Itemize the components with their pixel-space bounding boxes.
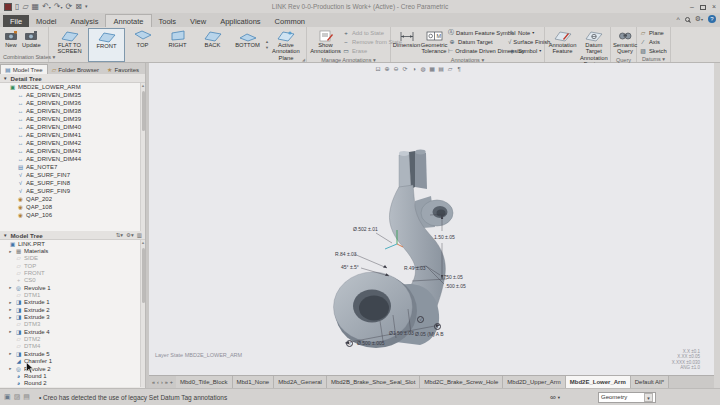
first-state-icon[interactable]: « xyxy=(152,379,155,385)
tree-sort-icon[interactable]: ⇅▾ xyxy=(116,232,123,238)
detail-tree-item[interactable]: ↔AE_DRIVEN_DIM36 xyxy=(0,99,145,107)
detail-tree-item[interactable]: ↔AE_DRIVEN_DIM42 xyxy=(0,139,145,147)
tab-common[interactable]: Common xyxy=(268,15,312,27)
datum-axis-button[interactable]: ∕Axis xyxy=(639,37,667,46)
state-tab[interactable]: Mbd2A_General xyxy=(274,376,327,388)
sketch-button[interactable]: ▨Sketch xyxy=(639,46,667,55)
model-tree-item[interactable]: ◕Round 1 xyxy=(0,372,145,379)
datum-target-annotation-feature-button[interactable]: Datum Target Annotation Feature xyxy=(578,28,610,68)
flat-to-screen-button[interactable]: FLAT TO SCREEN xyxy=(51,28,88,62)
surface-finish-symbol[interactable]: √ xyxy=(417,316,424,323)
search-icon[interactable] xyxy=(685,17,690,22)
detail-tree-item[interactable]: ↔AE_DRIVEN_DIM35 xyxy=(0,91,145,99)
model-tree-item[interactable]: ▸◨Extrude 1 xyxy=(0,299,145,306)
model-3d-part[interactable] xyxy=(149,63,714,375)
note-button[interactable]: ✎Note ▾ xyxy=(508,28,545,37)
view-manager-icon[interactable]: ▤ xyxy=(437,64,445,74)
detail-tree-item[interactable]: ◉QAP_202 xyxy=(0,195,145,203)
detail-tree-scrollbar[interactable]: ▲ xyxy=(140,83,145,231)
bottom-plane-button[interactable]: BOTTOM xyxy=(230,28,265,62)
detail-tree-item[interactable]: ↔AE_DRIVEN_DIM44 xyxy=(0,155,145,163)
close-button[interactable]: × xyxy=(712,3,716,10)
state-tab[interactable]: Mbd2D_Upper_Arm xyxy=(503,376,565,388)
tab-file[interactable]: File xyxy=(3,15,29,27)
tab-model[interactable]: Model xyxy=(29,15,63,27)
clipboard-status-icon[interactable]: ▨ xyxy=(14,393,21,401)
notifications-icon[interactable]: ▤ xyxy=(23,393,30,401)
tree-settings-icon[interactable]: ⚙▾ xyxy=(126,232,134,238)
model-tree-item[interactable]: ▸▦Materials xyxy=(0,247,145,254)
expand-icon[interactable]: ▸ xyxy=(8,307,13,312)
dialog-launcher-icon[interactable]: ◢ xyxy=(302,57,305,62)
expand-icon[interactable]: ▸ xyxy=(8,351,13,356)
show-annotations-button[interactable]: Show Annotations xyxy=(309,28,342,56)
expand-icon[interactable]: ▸ xyxy=(8,285,13,290)
semantic-query-button[interactable]: Semantic Query xyxy=(613,28,637,56)
help-icon[interactable]: ? xyxy=(708,15,716,23)
expand-icon[interactable]: ▸ xyxy=(8,315,13,320)
tab-applications[interactable]: Applications xyxy=(213,15,267,27)
dim-hole-top[interactable]: Ø.502 ±.01 xyxy=(353,226,378,232)
group-label-manage-annotations[interactable]: Manage Annotations ▾ xyxy=(307,57,390,63)
state-tab[interactable]: Mbd2B_Brake_Shoe_Seal_Slot xyxy=(327,376,420,388)
model-tree-item[interactable]: ▸◨Extrude 3 xyxy=(0,313,145,320)
expand-icon[interactable]: ▸ xyxy=(8,329,13,334)
geometric-tolerance-button[interactable]: M Geometric Tolerance xyxy=(420,28,448,56)
tree-filter-icon[interactable]: ▥ xyxy=(137,232,142,238)
model-tree-header[interactable]: ▼ Model Tree ⇅▾ ⚙▾ ▥ xyxy=(0,231,145,240)
datum-target-button[interactable]: ⊕Datum Target xyxy=(448,37,508,46)
model-tree-item[interactable]: ▱SIDE xyxy=(0,255,145,262)
detail-tree-root[interactable]: ▣MBD2E_LOWER_ARM xyxy=(0,83,145,91)
minimize-button[interactable]: – xyxy=(690,3,694,10)
symbol-button[interactable]: ◈Symbol ▾ xyxy=(508,46,545,55)
model-tree-item[interactable]: ◢Chamfer 1 xyxy=(0,358,145,365)
dim-radius-neck[interactable]: R.49 ±.03 xyxy=(404,265,426,271)
detail-tree-item[interactable]: ◉QAP_108 xyxy=(0,203,145,211)
find-tool[interactable]: ∞▾ xyxy=(550,393,560,402)
model-tree-item[interactable]: ▱TOP xyxy=(0,262,145,269)
collapse-ribbon-icon[interactable]: ^ xyxy=(676,16,679,23)
refit-icon[interactable]: ⊡ xyxy=(374,64,382,74)
selection-filter-dropdown[interactable]: Geometry ▼ xyxy=(598,392,656,403)
detail-tree-item[interactable]: ↔AE_DRIVEN_DIM40 xyxy=(0,123,145,131)
detail-tree-item[interactable]: ↔AE_DRIVEN_DIM38 xyxy=(0,107,145,115)
surface-finish-symbol[interactable]: √ xyxy=(434,323,441,330)
model-tree-item[interactable]: ▱DTM2 xyxy=(0,335,145,342)
state-tab[interactable]: Mbd2E_Lower_Arm xyxy=(566,376,631,388)
front-plane-button[interactable]: FRONT xyxy=(88,28,125,62)
prev-state-icon[interactable]: ‹ xyxy=(157,379,159,385)
surface-finish-button[interactable]: √Surface Finish xyxy=(508,37,545,46)
tab-model-tree[interactable]: ▤Model Tree xyxy=(0,64,48,74)
expand-icon[interactable]: ▸ xyxy=(8,249,13,254)
model-tree-item[interactable]: +CS0 xyxy=(0,277,145,284)
dim-hole-dia[interactable]: Ø.500 ±.005 xyxy=(357,340,385,346)
model-tree-root[interactable]: ▣LINK.PRT xyxy=(0,240,145,247)
dimension-button[interactable]: Dimension xyxy=(393,28,420,56)
tab-annotate[interactable]: Annotate xyxy=(105,14,151,27)
model-tree-item[interactable]: ▸◎Revolve 1 xyxy=(0,284,145,291)
state-tab[interactable]: Mbd2C_Brake_Screw_Hole xyxy=(420,376,503,388)
repaint-icon[interactable]: ⟳ xyxy=(401,64,409,74)
zoom-in-icon[interactable]: ⊕ xyxy=(383,64,391,74)
model-tree-item[interactable]: ▸◨Extrude 4 xyxy=(0,328,145,335)
add-state-icon[interactable]: + xyxy=(170,379,173,385)
group-label-annotations[interactable]: Annotations ▾ xyxy=(391,57,544,63)
tab-view[interactable]: View xyxy=(183,15,213,27)
model-tree-item[interactable]: ◕Round 2 xyxy=(0,380,145,387)
annotation-display-icon[interactable]: ¶ xyxy=(455,64,463,74)
update-combination-state-button[interactable]: Update xyxy=(20,28,43,53)
active-annotation-plane-button[interactable]: Active Annotation Plane xyxy=(269,28,303,62)
dim-height[interactable]: 1.50 ±.05 xyxy=(434,234,455,240)
state-tab[interactable]: Default All* xyxy=(631,376,669,388)
right-plane-button[interactable]: RIGHT xyxy=(160,28,195,62)
detail-tree-item[interactable]: ↔AE_DRIVEN_DIM43 xyxy=(0,147,145,155)
dim-boss-dia[interactable]: Ø1.50 ±.03 xyxy=(389,330,414,336)
surface-finish-symbol[interactable]: √ xyxy=(346,340,353,347)
fcf-position[interactable]: Ø.05 (M) A B xyxy=(415,331,444,337)
dim-width[interactable]: .500 ±.05 xyxy=(445,283,466,289)
back-plane-button[interactable]: BACK xyxy=(195,28,230,62)
ordinate-driven-dimension-button[interactable]: ⊢Ordinate Driven Dimension xyxy=(448,46,508,55)
annotation-feature-button[interactable]: Annotation Feature xyxy=(547,28,578,68)
new-combination-state-button[interactable]: New xyxy=(2,28,20,53)
state-tab[interactable]: Mbd0_Title_Block xyxy=(176,376,232,388)
